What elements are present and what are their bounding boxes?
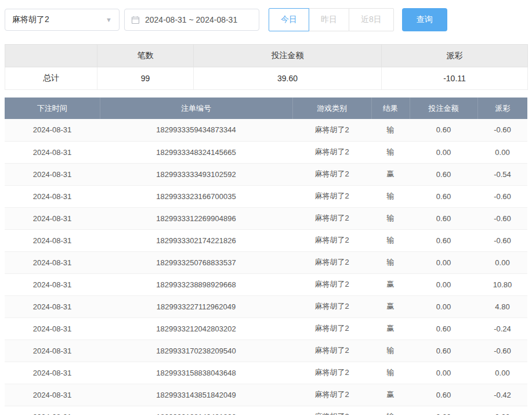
cell-bet-id: 1829933250768833537 <box>100 251 292 273</box>
toolbar: 麻将胡了2 ▼ 2024-08-31 ~ 2024-08-31 今日 昨日 近8… <box>0 0 532 31</box>
cell-result: 输 <box>371 141 410 163</box>
cell-game: 麻将胡了2 <box>292 119 371 141</box>
cell-result: 输 <box>371 251 410 273</box>
calendar-icon <box>131 16 140 24</box>
table-row: 2024-08-31 1829933138143421826 麻将胡了2 输 0… <box>5 406 527 415</box>
cell-bet-id: 1829933312269904896 <box>100 207 292 229</box>
table-row: 2024-08-31 1829933238898929668 麻将胡了2 赢 0… <box>5 273 527 295</box>
col-header-payout: 派彩 <box>477 98 527 119</box>
cell-amount: 0.60 <box>410 185 477 207</box>
table-row: 2024-08-31 1829933158838043648 麻将胡了2 输 0… <box>5 362 527 384</box>
cell-amount: 0.00 <box>410 251 477 273</box>
cell-date: 2024-08-31 <box>5 207 100 229</box>
cell-date: 2024-08-31 <box>5 141 100 163</box>
col-header-game: 游戏类别 <box>292 98 371 119</box>
cell-amount: 0.00 <box>410 406 477 415</box>
cell-bet-id: 1829933302174221826 <box>100 229 292 251</box>
cell-bet-id: 1829933323166700035 <box>100 185 292 207</box>
cell-result: 输 <box>371 119 410 141</box>
cell-game: 麻将胡了2 <box>292 317 371 340</box>
cell-bet-id: 1829933227112962049 <box>100 295 292 317</box>
summary-header-payout: 派彩 <box>382 45 528 67</box>
cell-game: 麻将胡了2 <box>292 229 371 251</box>
cell-bet-id: 1829933359434873344 <box>100 119 292 141</box>
cell-game: 麻将胡了2 <box>292 384 371 406</box>
cell-date: 2024-08-31 <box>5 229 100 251</box>
summary-header-row: 笔数 投注金额 派彩 <box>5 45 528 67</box>
table-row: 2024-08-31 1829933359434873344 麻将胡了2 输 0… <box>5 119 527 141</box>
cell-amount: 0.60 <box>410 384 477 406</box>
cell-bet-id: 1829933348324145665 <box>100 141 292 163</box>
date-range-value: 2024-08-31 ~ 2024-08-31 <box>145 15 237 24</box>
table-row: 2024-08-31 1829933143851842049 麻将胡了2 赢 0… <box>5 384 527 406</box>
bet-table-body: 2024-08-31 1829933359434873344 麻将胡了2 输 0… <box>5 119 527 415</box>
col-header-amount: 投注金额 <box>410 98 477 119</box>
cell-date: 2024-08-31 <box>5 273 100 295</box>
game-select[interactable]: 麻将胡了2 ▼ <box>5 9 120 31</box>
table-row: 2024-08-31 1829933212042803202 麻将胡了2 赢 0… <box>5 317 527 340</box>
cell-date: 2024-08-31 <box>5 163 100 185</box>
cell-bet-id: 1829933170238209540 <box>100 340 292 362</box>
summary-table: 笔数 投注金额 派彩 总计 99 39.60 -10.11 <box>5 44 528 90</box>
summary-total-payout: -10.11 <box>382 67 528 90</box>
summary-total-row: 总计 99 39.60 -10.11 <box>5 67 528 90</box>
cell-payout: -0.60 <box>477 229 527 251</box>
last-8-days-button[interactable]: 近8日 <box>349 8 394 31</box>
cell-amount: 0.00 <box>410 273 477 295</box>
cell-payout: -0.60 <box>477 119 527 141</box>
quick-date-button-group: 今日 昨日 近8日 <box>269 8 394 31</box>
col-header-result: 结果 <box>371 98 410 119</box>
col-header-time: 下注时间 <box>5 98 100 119</box>
yesterday-button[interactable]: 昨日 <box>309 8 349 31</box>
bet-table-header-row: 下注时间 注单编号 游戏类别 结果 投注金额 派彩 <box>5 98 527 119</box>
cell-amount: 0.60 <box>410 119 477 141</box>
cell-date: 2024-08-31 <box>5 185 100 207</box>
summary-header-count: 笔数 <box>97 45 194 67</box>
cell-game: 麻将胡了2 <box>292 295 371 317</box>
cell-amount: 0.00 <box>410 295 477 317</box>
today-button[interactable]: 今日 <box>269 8 309 31</box>
cell-game: 麻将胡了2 <box>292 406 371 415</box>
cell-payout: -0.54 <box>477 163 527 185</box>
date-range-input[interactable]: 2024-08-31 ~ 2024-08-31 <box>124 9 259 31</box>
cell-date: 2024-08-31 <box>5 384 100 406</box>
table-row: 2024-08-31 1829933312269904896 麻将胡了2 输 0… <box>5 207 527 229</box>
cell-payout: -0.60 <box>477 185 527 207</box>
cell-amount: 0.60 <box>410 340 477 362</box>
cell-result: 赢 <box>371 295 410 317</box>
cell-game: 麻将胡了2 <box>292 163 371 185</box>
game-select-value: 麻将胡了2 <box>12 15 49 25</box>
search-button[interactable]: 查询 <box>402 8 447 31</box>
cell-payout: 0.00 <box>477 406 527 415</box>
cell-result: 输 <box>371 362 410 384</box>
cell-result: 赢 <box>371 273 410 295</box>
cell-bet-id: 1829933138143421826 <box>100 406 292 415</box>
summary-header-bet-amount: 投注金额 <box>194 45 382 67</box>
cell-date: 2024-08-31 <box>5 406 100 415</box>
cell-payout: 0.00 <box>477 141 527 163</box>
table-row: 2024-08-31 1829933323166700035 麻将胡了2 输 0… <box>5 185 527 207</box>
table-row: 2024-08-31 1829933250768833537 麻将胡了2 输 0… <box>5 251 527 273</box>
cell-payout: -0.60 <box>477 207 527 229</box>
bet-record-table: 下注时间 注单编号 游戏类别 结果 投注金额 派彩 2024-08-31 182… <box>5 98 527 415</box>
cell-date: 2024-08-31 <box>5 340 100 362</box>
chevron-down-icon: ▼ <box>106 16 112 23</box>
cell-payout: 10.80 <box>477 273 527 295</box>
summary-total-bet-amount: 39.60 <box>194 67 382 90</box>
table-row: 2024-08-31 1829933302174221826 麻将胡了2 输 0… <box>5 229 527 251</box>
table-row: 2024-08-31 1829933348324145665 麻将胡了2 输 0… <box>5 141 527 163</box>
cell-game: 麻将胡了2 <box>292 340 371 362</box>
cell-payout: 0.00 <box>477 251 527 273</box>
cell-date: 2024-08-31 <box>5 362 100 384</box>
cell-payout: -0.24 <box>477 317 527 340</box>
cell-result: 输 <box>371 406 410 415</box>
cell-amount: 0.60 <box>410 317 477 340</box>
cell-game: 麻将胡了2 <box>292 362 371 384</box>
cell-bet-id: 1829933333493102592 <box>100 163 292 185</box>
cell-date: 2024-08-31 <box>5 251 100 273</box>
cell-date: 2024-08-31 <box>5 119 100 141</box>
summary-total-label: 总计 <box>5 67 97 90</box>
cell-amount: 0.60 <box>410 229 477 251</box>
cell-game: 麻将胡了2 <box>292 251 371 273</box>
cell-game: 麻将胡了2 <box>292 207 371 229</box>
